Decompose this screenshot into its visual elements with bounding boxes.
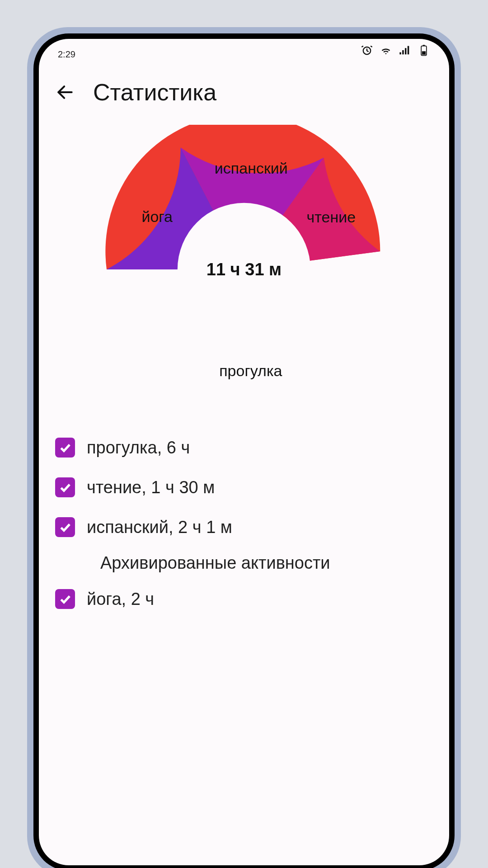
checkbox[interactable] bbox=[55, 438, 75, 458]
svg-rect-7 bbox=[422, 51, 426, 55]
activity-label: чтение, 1 ч 30 м bbox=[87, 478, 215, 497]
page-title: Статистика bbox=[93, 79, 216, 106]
svg-rect-1 bbox=[399, 52, 401, 55]
archived-section-header: Архивированные активности bbox=[55, 547, 433, 579]
svg-rect-4 bbox=[408, 46, 409, 55]
activity-label: испанский, 2 ч 1 м bbox=[87, 518, 232, 537]
app-header: Статистика bbox=[39, 61, 449, 115]
battery-icon bbox=[418, 44, 430, 60]
alarm-icon bbox=[361, 44, 373, 60]
arrow-left-icon bbox=[55, 82, 75, 102]
activity-label: йога, 2 ч bbox=[87, 590, 154, 609]
device-bezel: 2:29 bbox=[33, 33, 455, 868]
checkbox[interactable] bbox=[55, 517, 75, 537]
activity-list: прогулка, 6 ч чтение, 1 ч 30 м испанский… bbox=[39, 414, 449, 632]
donut-svg bbox=[99, 125, 389, 414]
svg-rect-6 bbox=[423, 45, 425, 46]
status-time: 2:29 bbox=[58, 49, 75, 60]
signal-icon bbox=[399, 44, 411, 60]
activity-row[interactable]: испанский, 2 ч 1 м bbox=[55, 507, 433, 547]
checkbox[interactable] bbox=[55, 589, 75, 609]
wifi-icon bbox=[380, 44, 392, 60]
svg-rect-3 bbox=[405, 48, 407, 54]
svg-rect-2 bbox=[402, 50, 404, 54]
device-frame: 2:29 bbox=[27, 27, 461, 868]
activity-label: прогулка, 6 ч bbox=[87, 438, 190, 458]
svg-point-8 bbox=[178, 203, 310, 336]
back-button[interactable] bbox=[52, 80, 78, 105]
status-bar: 2:29 bbox=[39, 39, 449, 61]
screen: 2:29 bbox=[39, 39, 449, 865]
activity-row[interactable]: чтение, 1 ч 30 м bbox=[55, 467, 433, 507]
checkbox[interactable] bbox=[55, 477, 75, 497]
activity-row[interactable]: прогулка, 6 ч bbox=[55, 428, 433, 467]
donut-chart: 11 ч 31 м прогулкачтениеиспанскиййога bbox=[39, 115, 449, 414]
activity-row[interactable]: йога, 2 ч bbox=[55, 579, 433, 619]
